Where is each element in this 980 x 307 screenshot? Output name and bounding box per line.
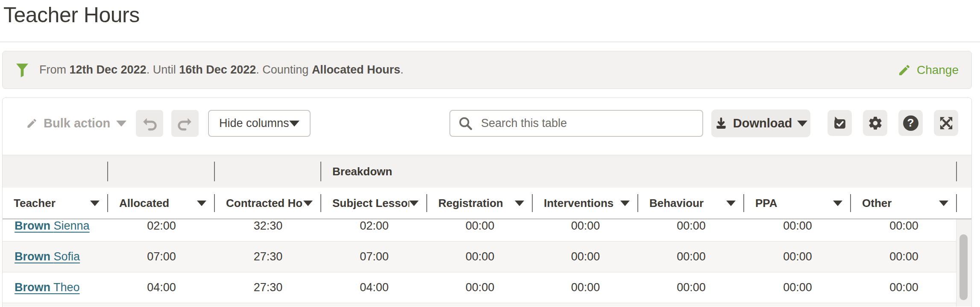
teacher-surname: Brown <box>15 219 50 232</box>
table-body: Brown Sienna02:0032:3002:0000:0000:0000:… <box>3 219 971 307</box>
gear-icon <box>868 115 883 131</box>
teacher-forename: Theo <box>53 281 80 294</box>
column-header-teacher[interactable]: Teacher <box>3 188 108 218</box>
column-header-label: Subject Lessons <box>332 197 409 210</box>
hours-cell: 00:00 <box>851 242 956 272</box>
filter-summary-part: . Until <box>147 63 179 76</box>
column-header-label: Other <box>862 197 892 210</box>
bulk-action-button[interactable]: Bulk action <box>26 110 126 137</box>
filter-funnel-icon <box>15 62 29 78</box>
vertical-scrollbar-thumb[interactable] <box>959 234 968 300</box>
download-icon <box>714 117 728 130</box>
table-header-row: TeacherAllocatedContracted Ho...Subject … <box>3 188 971 219</box>
table-search <box>449 110 703 137</box>
hours-cell: 00:00 <box>427 242 533 272</box>
hours-cell: 27:30 <box>215 242 321 272</box>
column-menu-caret-icon[interactable] <box>726 201 736 206</box>
column-separator <box>956 194 957 212</box>
column-menu-caret-icon[interactable] <box>620 201 630 206</box>
column-header-label: Allocated <box>119 197 169 210</box>
teacher-surname: Brown <box>15 281 50 294</box>
table-row-partial <box>3 303 956 307</box>
question-mark-icon: ? <box>903 115 918 131</box>
breakdown-group-label: Breakdown <box>332 165 392 178</box>
download-label: Download <box>733 116 792 130</box>
table-toolbar: Bulk action Hide columns <box>3 98 971 155</box>
hours-cell: 32:30 <box>215 219 321 241</box>
filter-summary-group: From 12th Dec 2022. Until 16th Dec 2022.… <box>15 62 403 78</box>
column-header-ppa[interactable]: PPA <box>744 188 851 218</box>
column-menu-caret-icon[interactable] <box>303 201 313 206</box>
teacher-link[interactable]: Brown Sofia <box>15 250 80 263</box>
column-header-label: PPA <box>755 197 778 210</box>
column-header-contracted-ho[interactable]: Contracted Ho... <box>215 188 321 218</box>
teacher-forename: Sienna <box>54 219 90 232</box>
filter-summary-part: Allocated Hours <box>312 63 400 76</box>
table-row: Brown Theo04:0027:3004:0000:0000:0000:00… <box>3 272 956 303</box>
column-header-other[interactable]: Other <box>851 188 957 218</box>
column-header-label: Registration <box>438 197 503 210</box>
column-menu-caret-icon[interactable] <box>833 201 842 206</box>
hours-cell: 00:00 <box>427 272 533 303</box>
hours-cell: 00:00 <box>533 272 638 303</box>
column-header-subject-lessons[interactable]: Subject Lessons <box>321 188 427 218</box>
change-link-label: Change <box>917 63 959 77</box>
column-header-allocated[interactable]: Allocated <box>108 188 215 218</box>
search-icon <box>458 116 473 133</box>
page-title: Teacher Hours <box>3 3 140 27</box>
column-header-interventions[interactable]: Interventions <box>533 188 638 218</box>
group-header-cell <box>851 155 957 188</box>
hide-columns-button[interactable]: Hide columns <box>208 110 311 137</box>
settings-button[interactable] <box>863 110 887 136</box>
hours-cell: 00:00 <box>638 242 744 272</box>
column-menu-caret-icon[interactable] <box>197 201 206 206</box>
column-header-label: Teacher <box>14 197 56 210</box>
teacher-link[interactable]: Brown Theo <box>15 281 80 294</box>
hours-cell: 00:00 <box>533 219 638 241</box>
chevron-down-icon <box>289 121 299 127</box>
hours-cell: 02:00 <box>321 219 427 241</box>
group-header-cell <box>215 155 321 188</box>
hours-cell: 00:00 <box>638 272 744 303</box>
group-header-cell <box>957 155 971 188</box>
filter-summary-part: 16th Dec 2022 <box>179 63 256 76</box>
fullscreen-button[interactable] <box>934 110 958 136</box>
column-header-label: Interventions <box>544 197 613 210</box>
group-header-cell <box>638 155 744 188</box>
multi-select-button[interactable] <box>827 110 852 136</box>
bulk-action-label: Bulk action <box>44 116 110 130</box>
search-input[interactable] <box>449 110 703 137</box>
vertical-scrollbar-track[interactable] <box>956 219 971 307</box>
column-header-registration[interactable]: Registration <box>427 188 533 218</box>
hours-cell: 07:00 <box>108 242 215 272</box>
hours-cell: 00:00 <box>851 272 956 303</box>
redo-arrow-icon <box>177 115 193 132</box>
group-header-cell <box>744 155 851 188</box>
chevron-down-icon <box>116 121 126 127</box>
teacher-cell: Brown Sienna <box>3 219 108 241</box>
redo-button[interactable] <box>171 110 199 137</box>
hours-cell: 02:00 <box>108 219 215 241</box>
undo-button[interactable] <box>136 110 163 137</box>
expand-arrows-icon <box>939 115 954 131</box>
hours-cell: 00:00 <box>744 272 851 303</box>
column-menu-caret-icon[interactable] <box>515 201 524 206</box>
column-menu-caret-icon[interactable] <box>90 201 100 206</box>
hide-columns-label: Hide columns <box>219 117 289 130</box>
change-filter-link[interactable]: Change <box>898 63 959 77</box>
teacher-forename: Sofia <box>54 250 80 263</box>
hours-cell: 07:00 <box>321 242 427 272</box>
group-header-cell <box>108 155 215 188</box>
hours-cell: 00:00 <box>744 219 851 241</box>
column-menu-caret-icon[interactable] <box>939 201 948 206</box>
help-button[interactable]: ? <box>898 110 923 136</box>
column-menu-caret-icon[interactable] <box>409 201 419 206</box>
checkbox-check-icon <box>832 115 848 131</box>
download-button[interactable]: Download <box>711 109 810 137</box>
teacher-surname: Brown <box>15 250 50 263</box>
filter-summary-part: . <box>400 63 404 76</box>
teacher-link[interactable]: Brown Sienna <box>15 219 90 233</box>
column-header-behaviour[interactable]: Behaviour <box>638 188 744 218</box>
teacher-cell: Brown Theo <box>3 272 108 303</box>
rows-viewport: Brown Sienna02:0032:3002:0000:0000:0000:… <box>3 219 956 307</box>
